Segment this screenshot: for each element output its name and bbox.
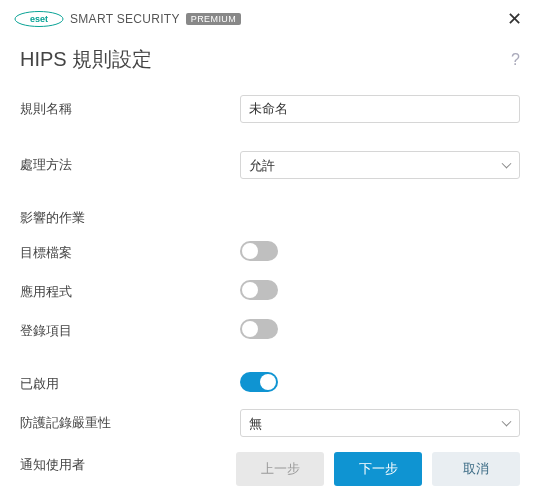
target-files-toggle[interactable] xyxy=(240,241,278,261)
page-title: HIPS 規則設定 xyxy=(20,46,152,73)
affects-section-label: 影響的作業 xyxy=(20,209,240,227)
product-name: SMART SECURITY xyxy=(70,12,180,26)
edition-badge: PREMIUM xyxy=(186,13,241,25)
severity-select[interactable]: 無 xyxy=(240,409,520,437)
next-button[interactable]: 下一步 xyxy=(334,452,422,486)
rule-name-label: 規則名稱 xyxy=(20,100,240,118)
action-select[interactable]: 允許 xyxy=(240,151,520,179)
rule-name-input[interactable] xyxy=(240,95,520,123)
close-icon[interactable]: ✕ xyxy=(503,8,526,30)
registry-label: 登錄項目 xyxy=(20,322,240,340)
applications-label: 應用程式 xyxy=(20,283,240,301)
enabled-toggle[interactable] xyxy=(240,372,278,392)
action-label: 處理方法 xyxy=(20,156,240,174)
target-files-label: 目標檔案 xyxy=(20,244,240,262)
back-button[interactable]: 上一步 xyxy=(236,452,324,486)
applications-toggle[interactable] xyxy=(240,280,278,300)
brand: eset SMART SECURITY PREMIUM xyxy=(14,11,241,27)
help-icon[interactable]: ? xyxy=(511,51,520,69)
svg-text:eset: eset xyxy=(30,14,48,24)
eset-logo-icon: eset xyxy=(14,11,64,27)
enabled-label: 已啟用 xyxy=(20,375,240,393)
cancel-button[interactable]: 取消 xyxy=(432,452,520,486)
severity-label: 防護記錄嚴重性 xyxy=(20,414,240,432)
registry-toggle[interactable] xyxy=(240,319,278,339)
